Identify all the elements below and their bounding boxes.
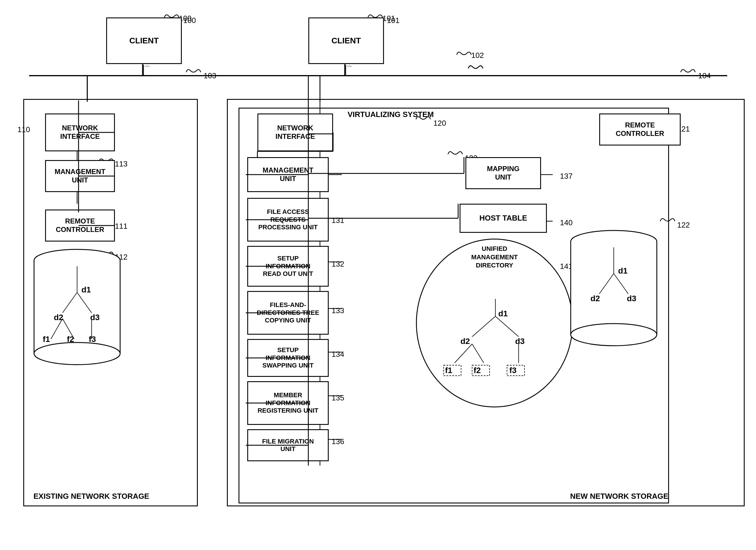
- management-unit-right-box: MANAGEMENTUNIT: [247, 157, 329, 192]
- member-info-registering-box: MEMBERINFORMATIONREGISTERING UNIT: [247, 381, 329, 425]
- remote-controller-left-label: REMOTECONTROLLER: [56, 217, 104, 234]
- svg-line-56: [455, 344, 472, 363]
- client2-box: CLIENT: [308, 17, 384, 64]
- setup-info-read-out-box: SETUPINFORMATIONREAD OUT UNIT: [247, 246, 329, 287]
- remote-controller-right-box: REMOTECONTROLLER: [599, 113, 681, 145]
- host-table-label: HOST TABLE: [479, 213, 527, 222]
- virtualizing-system-label: VIRTUALIZING SYSTEM: [348, 110, 434, 119]
- svg-text:d1: d1: [81, 285, 91, 294]
- remote-controller-left-box: REMOTECONTROLLER: [45, 209, 115, 241]
- network-interface-left-label: NETWORKINTERFACE: [60, 124, 100, 141]
- host-table-box: HOST TABLE: [460, 204, 547, 233]
- file-migration-label: FILE MIGRATIONUNIT: [262, 438, 314, 453]
- mapping-unit-label: MAPPINGUNIT: [487, 165, 520, 181]
- file-access-requests-box: FILE ACCESSREQUESTSPROCESSING UNIT: [247, 198, 329, 241]
- squiggle-101: ⌒: [346, 65, 353, 73]
- squiggle-100: ⌒: [144, 65, 150, 73]
- network-interface-left-box: NETWORKINTERFACE: [45, 113, 115, 151]
- files-directories-tree-box: FILES-AND-DIRECTORIES TREECOPYING UNIT: [247, 291, 329, 335]
- setup-info-read-out-label: SETUPINFORMATIONREAD OUT UNIT: [263, 254, 313, 278]
- svg-text:d2: d2: [590, 294, 600, 303]
- svg-text:d1: d1: [618, 266, 628, 275]
- svg-text:d2: d2: [54, 313, 63, 322]
- svg-text:f1: f1: [43, 335, 50, 344]
- ref-103-label: 103: [204, 71, 216, 80]
- files-directories-tree-label: FILES-AND-DIRECTORIES TREECOPYING UNIT: [257, 301, 319, 324]
- unified-management-directory: UNIFIEDMANAGEMENTDIRECTORY d1 d2 d3 f1 f…: [416, 238, 573, 407]
- svg-point-40: [34, 343, 120, 365]
- svg-text:f1: f1: [445, 366, 452, 375]
- management-unit-left-label: MANAGEMENTUNIT: [55, 168, 106, 184]
- existing-storage-cylinder: d1 d2 d3 f1 f2 f3: [33, 249, 121, 365]
- network-interface-right-box: NETWORKINTERFACE: [257, 113, 333, 151]
- ref-104-label: 104: [698, 71, 711, 80]
- svg-text:d3: d3: [627, 294, 636, 303]
- umd-label: UNIFIEDMANAGEMENTDIRECTORY: [417, 245, 572, 270]
- remote-controller-right-label: REMOTECONTROLLER: [616, 121, 664, 138]
- file-access-requests-label: FILE ACCESSREQUESTSPROCESSING UNIT: [258, 208, 318, 231]
- management-unit-left-box: MANAGEMENTUNIT: [45, 160, 115, 192]
- network-interface-right-label: NETWORKINTERFACE: [275, 124, 315, 141]
- svg-line-57: [472, 344, 484, 363]
- file-migration-box: FILE MIGRATIONUNIT: [247, 429, 329, 461]
- diagram: 100 101 100 101 102 103 104 113 111 112 …: [0, 0, 756, 550]
- svg-text:d2: d2: [460, 337, 470, 346]
- svg-text:f3: f3: [89, 335, 96, 344]
- client1-box: CLIENT: [106, 17, 182, 64]
- svg-line-55: [495, 316, 519, 337]
- svg-text:d1: d1: [498, 309, 508, 318]
- svg-text:f2: f2: [474, 366, 481, 375]
- existing-storage-label: EXISTING NETWORK STORAGE: [33, 492, 149, 501]
- svg-line-54: [472, 316, 495, 337]
- mapping-unit-box: MAPPINGUNIT: [465, 157, 541, 189]
- setup-info-swapping-label: SETUPINFORMATIONSWAPPING UNIT: [262, 346, 314, 369]
- svg-text:f3: f3: [509, 366, 517, 375]
- setup-info-swapping-box: SETUPINFORMATIONSWAPPING UNIT: [247, 339, 329, 377]
- svg-text:d3: d3: [515, 337, 525, 346]
- ref-102-label: 102: [471, 51, 484, 60]
- client1-label: CLIENT: [129, 36, 159, 46]
- svg-point-72: [571, 324, 657, 346]
- ref-100-label: 100: [183, 16, 196, 25]
- client2-label: CLIENT: [331, 36, 361, 46]
- new-storage-cylinder: d1 d2 d3: [570, 230, 657, 346]
- umd-tree: d1 d2 d3 f1 f2 f3: [437, 296, 554, 401]
- svg-text:d3: d3: [90, 313, 100, 322]
- ref-101-label: 101: [387, 16, 399, 25]
- member-info-registering-label: MEMBERINFORMATIONREGISTERING UNIT: [257, 391, 318, 414]
- svg-text:f2: f2: [67, 335, 74, 344]
- management-unit-right-label: MANAGEMENTUNIT: [263, 166, 314, 183]
